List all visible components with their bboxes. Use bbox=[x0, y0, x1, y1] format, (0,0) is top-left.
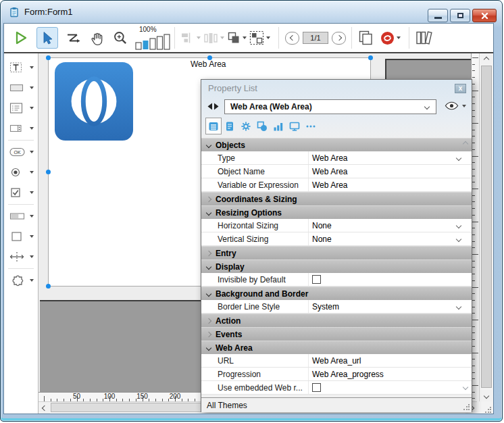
property-row-type[interactable]: TypeWeb Area bbox=[201, 151, 472, 165]
panel-tab-object[interactable] bbox=[222, 118, 238, 134]
panel-tab-charts[interactable] bbox=[270, 118, 286, 134]
property-label: Invisible by Default bbox=[218, 275, 305, 284]
sidebar-tool-text[interactable] bbox=[4, 57, 38, 78]
property-value[interactable]: Web Area_url bbox=[312, 356, 361, 366]
chevron-right-icon bbox=[206, 250, 211, 255]
form-pages-button[interactable] bbox=[358, 30, 374, 45]
section-header-coordinates-sizing[interactable]: Coordinates & Sizing bbox=[201, 192, 472, 205]
object-selector[interactable]: Web Area (Web Area) bbox=[224, 99, 436, 114]
property-label: Variable or Expression bbox=[218, 180, 305, 190]
entry-order-tool-button[interactable] bbox=[65, 31, 82, 45]
sidebar-tool-stepper[interactable] bbox=[4, 118, 38, 139]
property-row-object-name[interactable]: Object NameWeb Area bbox=[201, 165, 472, 178]
vertical-scroll-thumb[interactable] bbox=[481, 66, 492, 388]
move-tool-button[interactable] bbox=[89, 30, 105, 46]
selection-tool-button[interactable] bbox=[36, 27, 58, 49]
property-value[interactable]: None bbox=[312, 234, 332, 244]
sidebar-tool-radio-button[interactable] bbox=[4, 162, 38, 182]
section-header-events[interactable]: Events bbox=[201, 327, 472, 341]
close-icon bbox=[481, 12, 488, 20]
property-value[interactable]: Web Area_progress bbox=[312, 370, 384, 379]
sidebar-tool-checkbox[interactable] bbox=[4, 182, 38, 203]
panel-title: Property List bbox=[208, 83, 257, 93]
panel-tab-action[interactable] bbox=[238, 118, 254, 134]
chevron-up-icon bbox=[483, 56, 488, 61]
object-prev-next-arrows[interactable] bbox=[207, 103, 220, 110]
panel-tab-appearance[interactable] bbox=[254, 118, 270, 134]
property-row-vertical-sizing[interactable]: Vertical SizingNone bbox=[201, 232, 472, 246]
sidebar-tool-input[interactable] bbox=[4, 78, 38, 98]
title-bar[interactable]: Form:Form1 bbox=[1, 1, 502, 23]
scrollbar-corner bbox=[477, 401, 493, 414]
sidebar-tool-hierarchical-list[interactable] bbox=[4, 98, 38, 118]
themes-filter-label[interactable]: All Themes bbox=[207, 401, 247, 410]
property-row-use-embedded-web-r-[interactable]: Use embedded Web r... bbox=[201, 381, 472, 395]
data-source-button[interactable] bbox=[380, 31, 401, 45]
group-button[interactable] bbox=[249, 30, 270, 45]
property-value[interactable]: Web Area bbox=[312, 180, 347, 190]
sidebar-tool-progress-indicator[interactable] bbox=[4, 206, 38, 226]
section-header-background-and-border[interactable]: Background and Border bbox=[201, 287, 472, 300]
property-row-progression[interactable]: ProgressionWeb Area_progress bbox=[201, 368, 472, 381]
previous-page-button[interactable] bbox=[285, 32, 299, 45]
ruler-tick bbox=[472, 254, 478, 255]
panel-close-button[interactable]: x bbox=[455, 84, 466, 93]
property-row-invisible-by-default[interactable]: Invisible by Default bbox=[201, 273, 472, 287]
resize-grip[interactable] bbox=[484, 406, 491, 413]
view-options-button[interactable] bbox=[445, 101, 466, 110]
sidebar-tool-plugin-area[interactable] bbox=[4, 270, 38, 291]
property-row-border-line-style[interactable]: Border Line StyleSystem bbox=[201, 300, 472, 314]
scroll-up-button[interactable] bbox=[480, 53, 492, 65]
level-dropdown-caret bbox=[243, 36, 247, 39]
section-header-web-area[interactable]: Web Area bbox=[201, 341, 472, 354]
property-value[interactable]: System bbox=[312, 302, 339, 312]
property-row-variable-or-expression[interactable]: Variable or ExpressionWeb Area bbox=[201, 178, 472, 192]
property-row-url[interactable]: URLWeb Area_url bbox=[201, 354, 472, 368]
scroll-down-button[interactable] bbox=[480, 390, 492, 401]
section-header-entry[interactable]: Entry bbox=[201, 246, 472, 259]
section-header-display[interactable]: Display bbox=[201, 259, 472, 273]
ruler-tick bbox=[472, 307, 475, 307]
section-header-objects[interactable]: Objects bbox=[201, 138, 472, 151]
selection-handle-middle-left[interactable] bbox=[46, 170, 51, 174]
panel-resize-grip[interactable] bbox=[463, 403, 470, 410]
selection-handle-top-right[interactable] bbox=[368, 55, 373, 60]
level-button[interactable] bbox=[227, 31, 247, 45]
property-value[interactable]: Web Area bbox=[312, 167, 347, 176]
restore-button[interactable] bbox=[450, 9, 470, 22]
selection-handle-bottom-left[interactable] bbox=[46, 284, 51, 289]
library-button[interactable] bbox=[415, 30, 434, 45]
zoom-tool-button[interactable] bbox=[112, 30, 128, 46]
chevron-right-icon bbox=[206, 331, 211, 337]
execute-form-button[interactable] bbox=[12, 30, 30, 46]
property-value[interactable]: None bbox=[312, 221, 332, 230]
ruler-tick bbox=[472, 280, 475, 281]
sidebar-tool-splitter[interactable] bbox=[4, 247, 38, 267]
selection-handle-top-middle[interactable] bbox=[207, 55, 212, 60]
panel-tab-all-properties[interactable] bbox=[205, 118, 222, 134]
section-header-resizing-options[interactable]: Resizing Options bbox=[201, 205, 472, 219]
minimize-button[interactable] bbox=[428, 9, 448, 22]
selection-handle-top-left[interactable] bbox=[46, 55, 51, 60]
vertical-scrollbar[interactable] bbox=[479, 53, 493, 401]
splitter-dropdown-caret bbox=[30, 255, 34, 258]
property-checkbox[interactable] bbox=[312, 383, 321, 392]
panel-tab-more[interactable] bbox=[303, 118, 319, 134]
ruler-tick bbox=[472, 320, 478, 320]
close-button[interactable] bbox=[472, 9, 497, 22]
property-row-horizontal-sizing[interactable]: Horizontal SizingNone bbox=[201, 219, 472, 232]
ruler-tick bbox=[472, 300, 475, 301]
section-header-action[interactable]: Action bbox=[201, 314, 472, 327]
next-page-button[interactable] bbox=[332, 32, 346, 45]
panel-tab-display[interactable] bbox=[286, 118, 303, 134]
property-value[interactable]: Web Area bbox=[312, 153, 347, 163]
sidebar-tool-button[interactable]: OK bbox=[4, 142, 38, 162]
property-checkbox[interactable] bbox=[312, 275, 321, 284]
progress-indicator-icon bbox=[9, 210, 26, 222]
zoom-levels[interactable]: 100% bbox=[135, 26, 170, 51]
action-icon bbox=[241, 121, 251, 132]
chevron-left-icon bbox=[41, 405, 47, 410]
scroll-left-button[interactable] bbox=[39, 402, 50, 414]
form-icon bbox=[9, 7, 20, 18]
sidebar-tool-rectangle[interactable] bbox=[4, 226, 38, 247]
